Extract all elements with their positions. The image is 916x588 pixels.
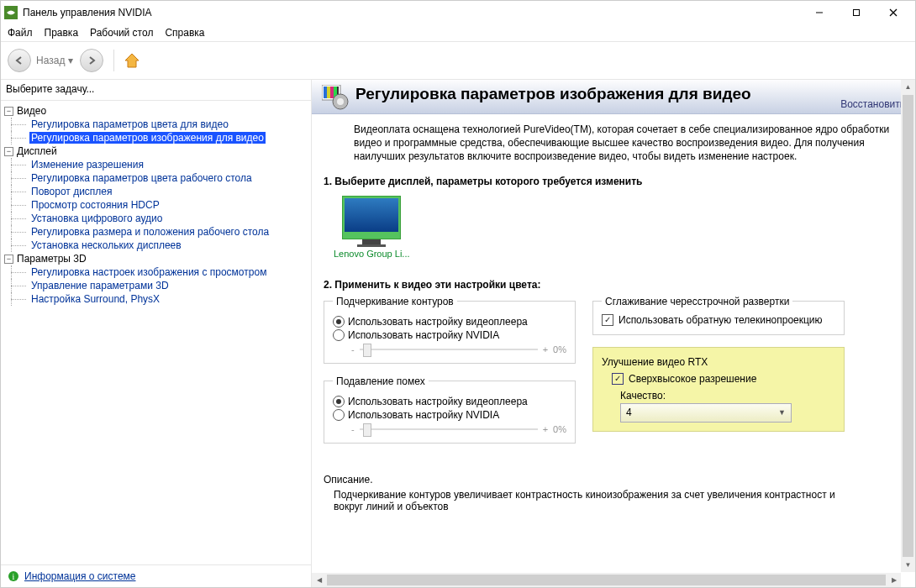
close-button[interactable] [875, 1, 912, 24]
tree-desktop-color[interactable]: Регулировка параметров цвета рабочего ст… [29, 172, 254, 184]
checkbox-icon [602, 314, 613, 326]
task-tree: −Видео Регулировка параметров цвета для … [1, 101, 311, 564]
rtx-title: Улучшение видео RTX [602, 356, 835, 368]
tree-hdcp[interactable]: Просмотр состояния HDCP [29, 199, 161, 211]
content-scroll: Видеоплата оснащена технологией PureVide… [312, 114, 915, 587]
svg-rect-9 [327, 87, 330, 98]
collapse-icon[interactable]: − [4, 147, 13, 156]
tree-surround[interactable]: Настройка Surround, PhysX [29, 293, 161, 305]
monitor-icon [342, 196, 401, 239]
radio-icon [333, 409, 345, 421]
radio-icon [333, 329, 345, 341]
sidebar-title: Выберите задачу... [1, 80, 311, 101]
svg-rect-10 [330, 87, 334, 98]
step2-label: 2. Применить к видео эти настройки цвета… [324, 279, 903, 291]
menubar: Файл Правка Рабочий стол Справка [1, 24, 915, 42]
menu-edit[interactable]: Правка [45, 27, 79, 39]
tree-size-pos[interactable]: Регулировка размера и положения рабочего… [29, 226, 271, 238]
noise-slider[interactable]: - + 0% [351, 424, 566, 434]
quality-select[interactable]: 4 ▼ [620, 403, 792, 423]
tree-resolution[interactable]: Изменение разрешения [29, 159, 145, 171]
nvidia-icon [4, 6, 18, 19]
titlebar: Панель управления NVIDIA [1, 1, 915, 24]
maximize-button[interactable] [838, 1, 875, 24]
info-icon: i [8, 570, 19, 582]
radio-icon [333, 396, 345, 407]
tree-multi-display[interactable]: Установка нескольких дисплеев [29, 239, 183, 251]
menu-help[interactable]: Справка [165, 27, 204, 39]
page-header: Регулировка параметров изображения для в… [312, 80, 915, 114]
collapse-icon[interactable]: − [4, 107, 13, 116]
description-label: Описание. [324, 474, 903, 486]
display-selector[interactable]: Lenovo Group Li... [334, 196, 410, 259]
svg-rect-2 [854, 10, 860, 16]
tree-display[interactable]: Дисплей [17, 145, 57, 157]
restore-link[interactable]: Восстановить [840, 98, 905, 110]
back-button[interactable] [8, 49, 31, 72]
collapse-icon[interactable]: − [4, 255, 13, 264]
tree-audio[interactable]: Установка цифрового аудио [29, 213, 164, 224]
noise-use-player[interactable]: Использовать настройку видеоплеера [333, 396, 566, 407]
tree-3d[interactable]: Параметры 3D [17, 253, 87, 265]
checkbox-icon [612, 373, 624, 385]
inverse-telecine-check[interactable]: Использовать обратную телекинопроекцию [602, 314, 835, 326]
tree-video-image[interactable]: Регулировка параметров изображения для в… [29, 132, 266, 144]
rtx-group: Улучшение видео RTX Сверхвысокое разреше… [592, 347, 845, 432]
svg-text:i: i [13, 572, 15, 581]
sidebar: Выберите задачу... −Видео Регулировка па… [1, 80, 312, 587]
super-resolution-check[interactable]: Сверхвысокое разрешение [612, 373, 835, 385]
window-title: Панель управления NVIDIA [23, 7, 801, 18]
noise-reduction-group: Подавление помех Использовать настройку … [324, 375, 576, 444]
menu-file[interactable]: Файл [8, 27, 33, 39]
minimize-button[interactable] [801, 1, 838, 24]
edge-enhancement-group: Подчеркивание контуров Использовать наст… [324, 296, 576, 364]
noise-title: Подавление помех [333, 375, 429, 387]
edge-use-nvidia[interactable]: Использовать настройку NVIDIA [333, 329, 566, 341]
sidebar-footer: i Информация о системе [1, 564, 311, 587]
content-panel: Регулировка параметров изображения для в… [312, 80, 915, 587]
intro-text: Видеоплата оснащена технологией PureVide… [354, 123, 892, 164]
tree-3d-preview[interactable]: Регулировка настроек изображения с просм… [29, 266, 268, 278]
deinterlace-group: Сглаживание чересстрочной развертки Испо… [592, 296, 845, 335]
tree-rotate[interactable]: Поворот дисплея [29, 186, 114, 197]
tree-video-color[interactable]: Регулировка параметров цвета для видео [29, 118, 230, 130]
svg-point-14 [337, 98, 344, 105]
vertical-scrollbar[interactable]: ▲▼ [901, 80, 915, 572]
back-label: Назад [36, 55, 65, 66]
quality-label: Качество: [620, 390, 835, 402]
home-button[interactable] [121, 50, 143, 71]
page-title: Регулировка параметров изображения для в… [355, 85, 840, 104]
menu-desktop[interactable]: Рабочий стол [90, 27, 153, 39]
horizontal-scrollbar[interactable]: ◀▶ [312, 573, 901, 587]
svg-rect-8 [324, 87, 327, 98]
edge-slider[interactable]: - + 0% [351, 344, 566, 354]
back-dropdown[interactable]: ▾ [66, 55, 75, 66]
noise-use-nvidia[interactable]: Использовать настройку NVIDIA [333, 409, 566, 421]
monitor-label: Lenovo Group Li... [334, 249, 410, 259]
radio-icon [333, 316, 345, 328]
forward-button[interactable] [80, 49, 103, 72]
system-info-link[interactable]: Информация о системе [24, 570, 135, 582]
deinterlace-title: Сглаживание чересстрочной развертки [602, 296, 792, 307]
edge-title: Подчеркивание контуров [333, 296, 457, 307]
tree-3d-manage[interactable]: Управление параметрами 3D [29, 280, 171, 291]
toolbar-separator [113, 50, 114, 71]
video-icon [322, 85, 350, 110]
step1-label: 1. Выберите дисплей, параметры которого … [324, 176, 903, 187]
description-text: Подчеркивание контуров увеличивает контр… [334, 489, 855, 512]
quality-value: 4 [626, 407, 632, 418]
toolbar: Назад ▾ [1, 42, 915, 80]
edge-use-player[interactable]: Использовать настройку видеоплеера [333, 316, 566, 328]
chevron-down-icon: ▼ [778, 408, 786, 417]
tree-video[interactable]: Видео [17, 105, 46, 117]
